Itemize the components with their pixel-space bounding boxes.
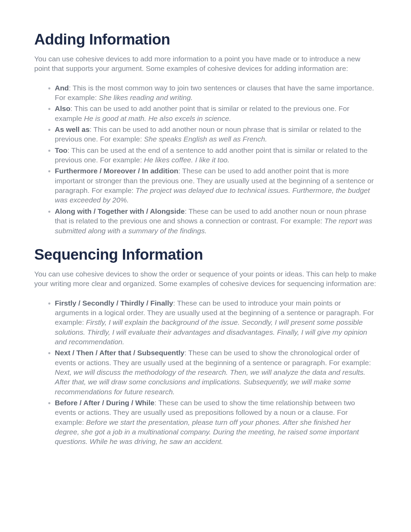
term: Also — [55, 104, 71, 112]
list-sequencing: Firstly / Secondly / Thirdly / Finally: … — [34, 298, 377, 447]
term: Along with / Together with / Alongside — [55, 207, 185, 215]
term: As well as — [55, 125, 90, 133]
list-item: Firstly / Secondly / Thirdly / Finally: … — [55, 298, 377, 347]
example: Next, we will discuss the methodology of… — [55, 368, 365, 396]
example: She likes reading and writing. — [99, 94, 192, 101]
example: Before we start the presentation, please… — [55, 418, 359, 446]
term: Next / Then / After that / Subsequently — [55, 349, 184, 357]
list-item: Too: This can be used at the end of a se… — [55, 146, 377, 165]
term: Firstly / Secondly / Thirdly / Finally — [55, 299, 173, 307]
example: He is good at math. He also excels in sc… — [84, 114, 231, 122]
example: She speaks English as well as French. — [144, 135, 267, 143]
list-item: Before / After / During / While: These c… — [55, 398, 377, 447]
term: Too — [55, 146, 67, 154]
section-intro-adding: You can use cohesive devices to add more… — [34, 54, 377, 74]
section-heading-adding: Adding Information — [34, 31, 377, 48]
list-item: Along with / Together with / Alongside: … — [55, 207, 377, 236]
term: Furthermore / Moreover / In addition — [55, 167, 178, 175]
list-item: Furthermore / Moreover / In addition: Th… — [55, 166, 377, 205]
list-item: Next / Then / After that / Subsequently:… — [55, 348, 377, 397]
list-adding: And: This is the most common way to join… — [34, 83, 377, 236]
example: Firstly, I will explain the background o… — [55, 318, 367, 346]
list-item: As well as: This can be used to add anot… — [55, 125, 377, 144]
list-item: And: This is the most common way to join… — [55, 83, 377, 103]
list-item: Also: This can be used to add another po… — [55, 104, 377, 123]
term: And — [55, 84, 69, 92]
example: He likes coffee. I like it too. — [144, 156, 229, 164]
section-heading-sequencing: Sequencing Information — [34, 246, 377, 263]
section-intro-sequencing: You can use cohesive devices to show the… — [34, 269, 377, 289]
term: Before / After / During / While — [55, 399, 154, 407]
